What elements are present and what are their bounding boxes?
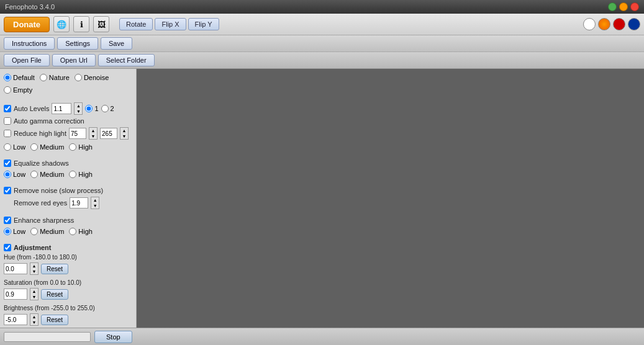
hue-input[interactable]	[4, 263, 27, 274]
image-area	[137, 69, 644, 338]
open-url-button[interactable]: Open Url	[52, 54, 96, 66]
auto-levels-input[interactable]	[52, 103, 71, 114]
reduce-down1[interactable]: ▼	[89, 133, 97, 139]
enhance-sharpness-checkbox[interactable]	[4, 217, 11, 224]
flipy-button[interactable]: Flip Y	[188, 18, 219, 30]
eq-medium[interactable]: Medium	[30, 171, 64, 178]
remove-noise-label: Remove noise (slow process)	[14, 187, 103, 194]
reduce-high[interactable]: High	[69, 143, 93, 151]
auto-levels-radio2[interactable]	[101, 105, 109, 112]
maximize-button[interactable]	[619, 2, 628, 11]
brightness-label: Brightness (from -255.0 to 255.0)	[4, 305, 132, 311]
eq-medium-radio[interactable]	[30, 171, 38, 178]
remove-noise-checkbox[interactable]	[4, 187, 11, 194]
enh-medium[interactable]: Medium	[30, 228, 64, 235]
enh-high-radio[interactable]	[69, 228, 76, 235]
reduce-highlight-input1[interactable]	[69, 128, 86, 139]
reduce-down2[interactable]: ▼	[120, 133, 128, 139]
eq-low[interactable]: Low	[4, 171, 25, 178]
close-button[interactable]	[630, 2, 639, 11]
globe-icon[interactable]: 🌐	[53, 16, 70, 32]
hue-reset-button[interactable]: Reset	[41, 264, 68, 274]
reduce-highlight-checkbox[interactable]	[4, 130, 11, 137]
reduce-up1[interactable]: ▲	[89, 128, 97, 133]
adjustment-checkbox[interactable]	[4, 244, 11, 251]
auto-gamma-checkbox[interactable]	[4, 117, 11, 125]
mode-nature-radio[interactable]	[40, 74, 47, 81]
eq-high[interactable]: High	[69, 171, 93, 178]
photo-icon[interactable]: 🖼	[93, 16, 109, 32]
hue-down[interactable]: ▼	[30, 269, 38, 274]
auto-levels-down[interactable]: ▼	[75, 109, 82, 114]
open-file-button[interactable]: Open File	[4, 54, 50, 66]
brightness-up[interactable]: ▲	[30, 314, 38, 320]
enh-low[interactable]: Low	[4, 228, 25, 235]
reduce-medium-radio[interactable]	[30, 143, 38, 151]
auto-levels-up[interactable]: ▲	[75, 103, 82, 109]
saturation-spinner: ▲ ▼	[30, 288, 39, 300]
saturation-down[interactable]: ▼	[30, 294, 38, 300]
save-button[interactable]: Save	[101, 37, 132, 50]
equalize-shadows-row: Equalize shadows	[4, 159, 132, 167]
equalize-shadows-checkbox[interactable]	[4, 159, 11, 167]
stop-button[interactable]: Stop	[94, 331, 132, 343]
flag-red[interactable]	[613, 18, 625, 30]
enhance-sharpness-row: Enhance sharpness	[4, 217, 132, 224]
auto-levels-checkbox[interactable]	[4, 105, 11, 112]
progress-bar	[4, 332, 91, 342]
auto-levels-r1[interactable]: 1	[85, 105, 98, 112]
mode-denoise-label[interactable]: Denoise	[75, 74, 109, 81]
select-folder-button[interactable]: Select Folder	[98, 54, 155, 66]
settings-button[interactable]: Settings	[57, 37, 98, 50]
info-icon[interactable]: ℹ	[73, 16, 89, 32]
saturation-up[interactable]: ▲	[30, 289, 38, 294]
auto-gamma-label: Auto gamma correction	[14, 117, 84, 125]
title-bar: Fenophoto 3.4.0	[0, 0, 644, 14]
red-eyes-spinner: ▲ ▼	[91, 197, 99, 209]
reduce-medium[interactable]: Medium	[30, 143, 64, 151]
mode-nature-label[interactable]: Nature	[40, 74, 70, 81]
window-controls	[608, 2, 639, 11]
mode-empty-radio[interactable]	[4, 86, 11, 94]
auto-levels-spinner: ▲ ▼	[74, 102, 83, 115]
enh-low-radio[interactable]	[4, 228, 11, 235]
enh-medium-radio[interactable]	[30, 228, 38, 235]
flag-empty[interactable]	[583, 18, 596, 30]
brightness-input[interactable]	[4, 314, 27, 325]
red-eyes-down[interactable]: ▼	[91, 203, 99, 208]
flag-orange[interactable]	[598, 18, 610, 30]
remove-red-eyes-label: Remove red eyes	[14, 199, 67, 207]
left-panel: Default Nature Denoise Empty Auto Levels…	[0, 69, 137, 338]
reduce-high-radio[interactable]	[69, 143, 76, 151]
enh-high[interactable]: High	[69, 228, 93, 235]
reduce-highlight-input2[interactable]	[100, 128, 117, 139]
mode-default-label[interactable]: Default	[4, 74, 35, 81]
reduce-spinner1: ▲ ▼	[89, 127, 98, 140]
reduce-up2[interactable]: ▲	[120, 128, 128, 133]
red-eyes-up[interactable]: ▲	[91, 197, 99, 203]
reduce-low-radio[interactable]	[4, 143, 11, 151]
mode-denoise-radio[interactable]	[75, 74, 82, 81]
instructions-button[interactable]: Instructions	[4, 37, 55, 50]
mode-default-radio[interactable]	[4, 74, 11, 81]
saturation-reset-button[interactable]: Reset	[41, 289, 68, 300]
brightness-down[interactable]: ▼	[30, 320, 38, 325]
donate-button[interactable]: Donate	[4, 17, 50, 32]
saturation-input[interactable]	[4, 289, 27, 300]
remove-red-eyes-input[interactable]	[70, 197, 88, 208]
minimize-button[interactable]	[608, 2, 617, 11]
rotate-button[interactable]: Rotate	[119, 18, 153, 30]
auto-levels-radio1[interactable]	[85, 105, 93, 112]
hue-up[interactable]: ▲	[30, 263, 38, 269]
second-toolbar: Instructions Settings Save	[0, 35, 644, 52]
flag-eu[interactable]	[628, 18, 640, 30]
brightness-reset-button[interactable]: Reset	[41, 315, 68, 325]
reduce-low[interactable]: Low	[4, 143, 25, 151]
flipx-button[interactable]: Flip X	[155, 18, 186, 30]
auto-levels-r2[interactable]: 2	[101, 105, 114, 112]
main-toolbar: Donate 🌐 ℹ 🖼 Rotate Flip X Flip Y	[0, 14, 644, 35]
mode-empty-label[interactable]: Empty	[4, 86, 32, 94]
brightness-row: ▲ ▼ Reset	[4, 313, 132, 326]
eq-low-radio[interactable]	[4, 171, 11, 178]
eq-high-radio[interactable]	[69, 171, 76, 178]
